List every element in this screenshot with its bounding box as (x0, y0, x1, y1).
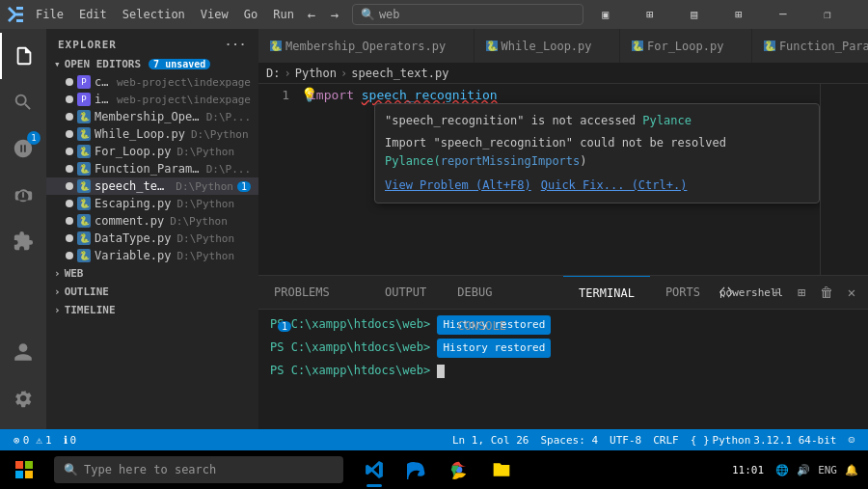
taskbar-edge[interactable] (395, 450, 438, 489)
panel-actions: powershell + ⊞ 🗑 ✕ (716, 282, 868, 303)
timeline-section[interactable]: › TIMELINE (46, 301, 258, 319)
file-name: speech_text.py (95, 179, 170, 193)
list-item[interactable]: P index.php web-project\indexpage (46, 91, 258, 108)
py-icon: 🐍 (632, 41, 643, 51)
terminal-content[interactable]: PS C:\xampp\htdocs\web> History restored… (258, 310, 868, 429)
menu-go[interactable]: Go (236, 0, 265, 29)
language-icon: { } (691, 434, 710, 447)
titlebar: File Edit Selection View Go Run ← → 🔍 we… (0, 0, 868, 29)
minimize-button[interactable]: ─ (761, 0, 805, 29)
activity-settings[interactable] (0, 375, 46, 421)
hover-link[interactable]: reportMissingImports (441, 154, 581, 168)
tab-for-loop[interactable]: 🐍 For_Loop.py ✕ (620, 29, 752, 63)
problems-badge: 1 (278, 321, 291, 332)
list-item[interactable]: 🐍 DataType.py D:\Python (46, 230, 258, 247)
layout3-button[interactable]: ▤ (672, 0, 717, 29)
close-button[interactable]: ✕ (850, 0, 868, 29)
activity-debug[interactable] (0, 172, 46, 218)
tab-ports[interactable]: PORTS (650, 276, 716, 310)
restore-button[interactable]: ❐ (805, 0, 850, 29)
activity-explorer[interactable] (0, 33, 46, 79)
list-item[interactable]: 🐍 Membership_Operators.py D:\P... (46, 108, 258, 125)
start-button[interactable] (0, 450, 48, 489)
menu-edit[interactable]: Edit (71, 0, 115, 29)
list-item[interactable]: 🐍 Escaping.py D:\Python (46, 195, 258, 212)
tab-membership[interactable]: 🐍 Membership_Operators.py ✕ (258, 29, 475, 63)
outline-section[interactable]: › OUTLINE (46, 283, 258, 301)
notification-button[interactable]: 🔔 (841, 464, 862, 476)
layout4-button[interactable]: ⊞ (717, 0, 761, 29)
activity-extensions[interactable] (0, 218, 46, 264)
taskbar-vscode[interactable] (353, 450, 395, 489)
hover-line2: Import "speech_recognition" could not be… (385, 134, 809, 171)
outline-label: OUTLINE (65, 285, 109, 298)
add-terminal-button[interactable]: + (766, 282, 787, 303)
dot-indicator (66, 252, 73, 259)
layout2-button[interactable]: ⊞ (628, 0, 672, 29)
info-status[interactable]: ℹ 0 (58, 434, 83, 447)
sidebar-menu-icon[interactable]: ··· (225, 39, 247, 51)
code-area[interactable]: 💡 import speech_recognition "speech_reco… (297, 84, 820, 275)
activity-account[interactable] (0, 329, 46, 375)
py-icon: 🐍 (77, 145, 91, 158)
taskbar-search[interactable]: 🔍 Type here to search (54, 456, 343, 483)
open-editors-section[interactable]: ▾ OPEN EDITORS 7 unsaved (46, 55, 258, 73)
quick-fix-link[interactable]: Quick Fix... (Ctrl+.) (541, 177, 688, 195)
tab-label: For_Loop.py (647, 40, 723, 53)
tab-function-param[interactable]: 🐍 Function_Param_Argu.py ✕ (752, 29, 868, 63)
py-icon: 🐍 (77, 249, 91, 262)
encoding-status[interactable]: UTF-8 (604, 434, 647, 447)
menu-view[interactable]: View (193, 0, 236, 29)
breadcrumb-part[interactable]: Python (295, 67, 337, 80)
taskbar-explorer[interactable] (480, 450, 523, 489)
nav-back-button[interactable]: ← (302, 5, 321, 24)
tab-output[interactable]: OUTPUT (369, 276, 442, 310)
tab-terminal[interactable]: TERMINAL (563, 276, 650, 310)
split-terminal-button[interactable]: ⊞ (791, 282, 812, 303)
spaces-status[interactable]: Spaces: 4 (534, 434, 604, 447)
terminal-name: powershell (741, 282, 762, 303)
tray-lang[interactable]: ENG (814, 464, 841, 476)
list-item[interactable]: 🐍 Variable.py D:\Python (46, 247, 258, 264)
kill-terminal-button[interactable]: 🗑 (816, 282, 837, 303)
feedback-status[interactable]: ☺ (842, 434, 860, 447)
tray-volume[interactable]: 🔊 (793, 464, 814, 476)
unsaved-badge: 7 unsaved (149, 59, 210, 69)
main-container: 1 EXPLORER (0, 29, 868, 429)
tab-while-loop[interactable]: 🐍 While_Loop.py ✕ (475, 29, 620, 63)
search-bar[interactable]: 🔍 web (352, 4, 583, 25)
web-section[interactable]: › WEB (46, 264, 258, 283)
breadcrumb-part[interactable]: speech_text.py (351, 67, 448, 80)
nav-forward-button[interactable]: → (325, 5, 344, 24)
close-panel-button[interactable]: ✕ (841, 282, 862, 303)
line-numbers: 1 (258, 84, 297, 275)
dot-indicator (66, 182, 73, 190)
menu-selection[interactable]: Selection (115, 0, 193, 29)
list-item[interactable]: 🐍 For_Loop.py D:\Python (46, 143, 258, 160)
svg-rect-3 (15, 461, 23, 469)
eol-label: CRLF (653, 434, 679, 447)
tab-label: Membership_Operators.py (285, 40, 446, 53)
dot-indicator (66, 130, 73, 138)
list-item[interactable]: P categories.php web-project\indexpage (46, 73, 258, 91)
view-problem-link[interactable]: View Problem (Alt+F8) (385, 177, 531, 195)
breadcrumb-part[interactable]: D: (266, 67, 280, 80)
terminal-line-3: PS C:\xampp\htdocs\web> (270, 362, 856, 379)
tray-network[interactable]: 🌐 (772, 464, 793, 476)
menu-file[interactable]: File (28, 0, 71, 29)
list-item[interactable]: 🐍 comment.py D:\Python (46, 212, 258, 230)
list-item[interactable]: 🐍 While_Loop.py D:\Python (46, 125, 258, 143)
tab-problems[interactable]: PROBLEMS 1 (258, 276, 369, 310)
tab-debug-console[interactable]: DEBUG CONSOLE (442, 276, 563, 310)
language-status[interactable]: { } Python 3.12.1 64-bit (685, 434, 843, 447)
taskbar-chrome[interactable] (438, 450, 480, 489)
activity-git[interactable]: 1 (0, 125, 46, 172)
errors-status[interactable]: ⊗ 0 ⚠ 1 (8, 434, 58, 447)
eol-status[interactable]: CRLF (647, 434, 685, 447)
menu-run[interactable]: Run (265, 0, 302, 29)
activity-search[interactable] (0, 79, 46, 125)
list-item[interactable]: 🐍 speech_text.py D:\Python 1 (46, 177, 258, 195)
position-status[interactable]: Ln 1, Col 26 (447, 434, 534, 447)
layout1-button[interactable]: ▣ (583, 0, 628, 29)
list-item[interactable]: 🐍 Function_Param_Argu.py D:\P... (46, 160, 258, 177)
